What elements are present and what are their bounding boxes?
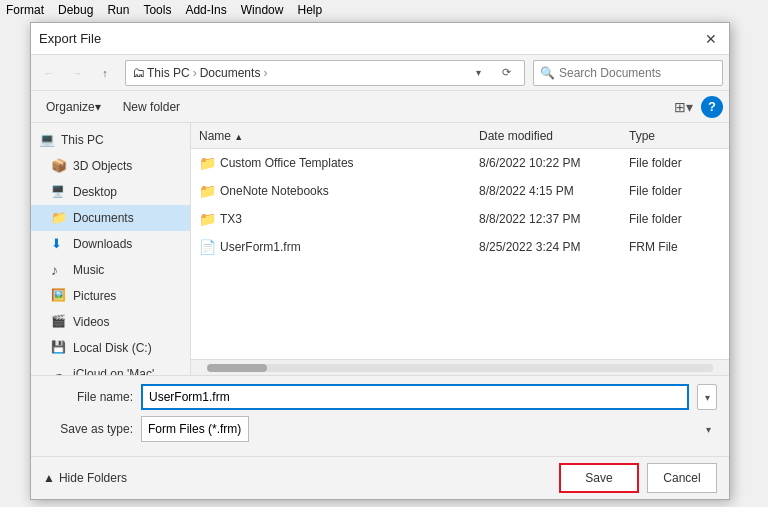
sidebar-item-videos[interactable]: Videos (31, 309, 190, 335)
folder-icon: 📁 (199, 155, 216, 171)
menu-help[interactable]: Help (297, 3, 322, 17)
folder-icon: 📁 (199, 183, 216, 199)
col-date-header[interactable]: Date modified (475, 129, 625, 143)
savetype-select[interactable]: Form Files (*.frm) All Files (*.*) (141, 416, 249, 442)
disk-icon (51, 340, 67, 356)
nav-toolbar: ← → ↑ 🗂 This PC › Documents › ▾ ⟳ 🔍 (31, 55, 729, 91)
organize-button[interactable]: Organize ▾ (37, 94, 110, 120)
file-name: Custom Office Templates (220, 156, 354, 170)
file-name: TX3 (220, 212, 242, 226)
sidebar-item-desktop[interactable]: Desktop (31, 179, 190, 205)
folder-icon: 📁 (199, 211, 216, 227)
file-name: OneNote Notebooks (220, 184, 329, 198)
dialog-titlebar: Export File ✕ (31, 23, 729, 55)
file-date: 8/6/2022 10:22 PM (475, 156, 625, 170)
close-button[interactable]: ✕ (701, 29, 721, 49)
filename-dropdown[interactable]: ▾ (697, 384, 717, 410)
footer: ▲ Hide Folders Save Cancel (31, 456, 729, 499)
sidebar-item-thispc[interactable]: This PC (31, 127, 190, 153)
menu-addins[interactable]: Add-Ins (185, 3, 226, 17)
savetype-label: Save as type: (43, 422, 133, 436)
menu-window[interactable]: Window (241, 3, 284, 17)
view-button[interactable]: ⊞▾ (669, 94, 697, 120)
footer-buttons: Save Cancel (559, 463, 717, 493)
hscroll-thumb[interactable] (207, 364, 267, 372)
cancel-button[interactable]: Cancel (647, 463, 717, 493)
file-icon: 📄 (199, 239, 216, 255)
up-button[interactable]: ↑ (93, 61, 117, 85)
sidebar-item-pictures[interactable]: Pictures (31, 283, 190, 309)
export-file-dialog: Export File ✕ ← → ↑ 🗂 This PC › Document… (30, 22, 730, 500)
breadcrumb-docs: Documents (200, 66, 261, 80)
sidebar-label-documents: Documents (73, 211, 134, 225)
sidebar-label-localdisk: Local Disk (C:) (73, 341, 152, 355)
organize-arrow: ▾ (95, 100, 101, 114)
file-date: 8/8/2022 12:37 PM (475, 212, 625, 226)
downloads-icon (51, 236, 67, 252)
hide-folders-button[interactable]: ▲ Hide Folders (43, 471, 127, 485)
file-date: 8/25/2022 3:24 PM (475, 240, 625, 254)
dialog-title: Export File (39, 31, 101, 46)
menu-run[interactable]: Run (107, 3, 129, 17)
hscroll-bar[interactable] (191, 359, 729, 375)
sidebar: This PC 3D Objects Desktop Documents Dow… (31, 123, 191, 375)
table-row[interactable]: 📁 Custom Office Templates 8/6/2022 10:22… (191, 149, 729, 177)
3d-icon (51, 158, 67, 174)
file-type: File folder (625, 156, 725, 170)
breadcrumb-bar[interactable]: 🗂 This PC › Documents › ▾ ⟳ (125, 60, 525, 86)
sidebar-item-documents[interactable]: Documents (31, 205, 190, 231)
filename-label: File name: (43, 390, 133, 404)
file-type: FRM File (625, 240, 725, 254)
file-name: UserForm1.frm (220, 240, 301, 254)
hide-folders-label: Hide Folders (59, 471, 127, 485)
table-row[interactable]: 📁 OneNote Notebooks 8/8/2022 4:15 PM Fil… (191, 177, 729, 205)
breadcrumb-sep2: › (263, 66, 267, 80)
col-name-header[interactable]: Name ▲ (195, 129, 475, 143)
menu-debug[interactable]: Debug (58, 3, 93, 17)
new-folder-button[interactable]: New folder (114, 94, 189, 120)
sidebar-item-localdisk[interactable]: Local Disk (C:) (31, 335, 190, 361)
menu-tools[interactable]: Tools (143, 3, 171, 17)
table-row[interactable]: 📁 TX3 8/8/2022 12:37 PM File folder (191, 205, 729, 233)
sidebar-item-icloud[interactable]: iCloud on 'Mac' (31, 361, 190, 375)
file-header: Name ▲ Date modified Type (191, 123, 729, 149)
sidebar-item-downloads[interactable]: Downloads (31, 231, 190, 257)
breadcrumb-dropdown[interactable]: ▾ (466, 61, 490, 85)
search-box: 🔍 (533, 60, 723, 86)
search-input[interactable] (559, 66, 716, 80)
file-date: 8/8/2022 4:15 PM (475, 184, 625, 198)
music-icon (51, 262, 67, 278)
table-row[interactable]: 📄 UserForm1.frm 8/25/2022 3:24 PM FRM Fi… (191, 233, 729, 261)
sidebar-label-videos: Videos (73, 315, 109, 329)
sidebar-item-music[interactable]: Music (31, 257, 190, 283)
menu-format[interactable]: Format (6, 3, 44, 17)
forward-button[interactable]: → (65, 61, 89, 85)
sidebar-label-icloud: iCloud on 'Mac' (73, 367, 154, 375)
save-button[interactable]: Save (559, 463, 639, 493)
filename-input[interactable] (141, 384, 689, 410)
select-arrow-icon: ▾ (706, 424, 711, 435)
help-button[interactable]: ? (701, 96, 723, 118)
hscroll-track[interactable] (207, 364, 713, 372)
hide-folders-icon: ▲ (43, 471, 55, 485)
file-type: File folder (625, 212, 725, 226)
savetype-wrapper: Form Files (*.frm) All Files (*.*) ▾ (141, 416, 717, 442)
organize-toolbar: Organize ▾ New folder ⊞▾ ? (31, 91, 729, 123)
back-button[interactable]: ← (37, 61, 61, 85)
col-type-header[interactable]: Type (625, 129, 725, 143)
refresh-button[interactable]: ⟳ (494, 61, 518, 85)
sidebar-label-3d: 3D Objects (73, 159, 132, 173)
sidebar-label-downloads: Downloads (73, 237, 132, 251)
search-icon: 🔍 (540, 66, 555, 80)
sidebar-item-3dobjects[interactable]: 3D Objects (31, 153, 190, 179)
docs-icon (51, 210, 67, 226)
file-type: File folder (625, 184, 725, 198)
breadcrumb-pc: 🗂 This PC (132, 65, 190, 80)
file-list: 📁 Custom Office Templates 8/6/2022 10:22… (191, 149, 729, 359)
sidebar-label-thispc: This PC (61, 133, 104, 147)
breadcrumb-sep1: › (193, 66, 197, 80)
desktop-icon (51, 184, 67, 200)
cloud-icon (51, 366, 67, 375)
menu-bar: Format Debug Run Tools Add-Ins Window He… (0, 0, 768, 20)
sidebar-label-pictures: Pictures (73, 289, 116, 303)
